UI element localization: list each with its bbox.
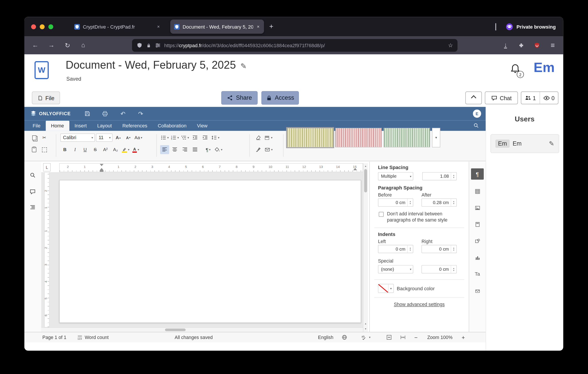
previous-page-arrow[interactable]: ▴ bbox=[363, 322, 368, 326]
highlight-color-button[interactable] bbox=[121, 145, 130, 154]
chat-button[interactable]: Chat bbox=[485, 92, 518, 104]
background-color-swatch[interactable]: ▾ bbox=[378, 284, 394, 293]
horizontal-scroll-thumb[interactable] bbox=[165, 329, 186, 331]
swatch-caret-icon[interactable]: ▾ bbox=[388, 284, 393, 292]
reload-button[interactable]: ↻ bbox=[62, 40, 73, 51]
back-button[interactable]: ← bbox=[30, 40, 41, 51]
subscript-button[interactable]: A₂ bbox=[111, 145, 120, 154]
home-button[interactable]: ⌂ bbox=[78, 40, 89, 51]
line-spacing-amount-spinner[interactable]: 1.08 bbox=[422, 172, 457, 180]
menu-tab-collaboration[interactable]: Collaboration bbox=[152, 121, 192, 131]
copy-style-button[interactable] bbox=[254, 145, 263, 154]
bookmark-star-icon[interactable]: ☆ bbox=[448, 42, 453, 49]
line-spacing-select[interactable]: Multiple bbox=[378, 172, 413, 180]
special-select[interactable]: (none) bbox=[378, 265, 413, 273]
multilevel-list-button[interactable] bbox=[180, 133, 189, 142]
editor-user-avatar[interactable]: E bbox=[473, 109, 481, 118]
browser-tab-cryptdrive[interactable]: CryptDrive - CryptPad.fr × bbox=[71, 20, 164, 34]
clear-style-button[interactable] bbox=[254, 133, 263, 142]
right-indent-marker[interactable] bbox=[353, 168, 357, 170]
horizontal-scrollbar[interactable] bbox=[41, 327, 363, 332]
bold-button[interactable]: B bbox=[61, 145, 70, 154]
spellcheck-button[interactable]: ab ▾ bbox=[361, 332, 370, 343]
extensions-puzzle-icon[interactable] bbox=[516, 40, 526, 51]
close-tab-icon[interactable]: × bbox=[157, 24, 161, 29]
mailmerge-settings-tab[interactable] bbox=[471, 285, 484, 297]
fit-page-button[interactable] bbox=[386, 332, 392, 343]
share-button[interactable]: Share bbox=[221, 91, 258, 104]
downloads-icon[interactable]: ↓ bbox=[500, 40, 511, 51]
zoom-in-button[interactable]: + bbox=[462, 332, 465, 343]
zoom-level[interactable]: Zoom 100% bbox=[424, 332, 455, 343]
interval-checkbox[interactable] bbox=[379, 212, 384, 217]
scroll-up-arrow[interactable]: ▴ bbox=[363, 164, 368, 168]
forward-button[interactable]: → bbox=[46, 40, 57, 51]
align-center-button[interactable] bbox=[170, 145, 179, 154]
comments-button[interactable] bbox=[28, 186, 38, 197]
strikethrough-button[interactable]: S bbox=[91, 145, 100, 154]
paste-button[interactable] bbox=[30, 145, 39, 154]
tab-list-chevron-icon[interactable] bbox=[495, 23, 496, 30]
document-page[interactable] bbox=[59, 180, 361, 323]
copy-button[interactable] bbox=[30, 133, 39, 142]
next-page-arrow[interactable]: ▾ bbox=[363, 327, 368, 331]
print-button[interactable] bbox=[100, 109, 110, 119]
user-avatar-initials[interactable]: Em bbox=[534, 60, 555, 75]
menu-tab-references[interactable]: References bbox=[117, 121, 152, 131]
vertical-scrollbar[interactable]: ▴ ▴ ▾ bbox=[363, 163, 368, 332]
chart-settings-tab[interactable] bbox=[471, 252, 484, 263]
decrease-indent-button[interactable] bbox=[190, 133, 200, 142]
align-right-button[interactable] bbox=[180, 145, 189, 154]
menu-tab-view[interactable]: View bbox=[192, 121, 213, 131]
superscript-button[interactable]: A² bbox=[101, 145, 110, 154]
shape-settings-tab[interactable] bbox=[471, 235, 484, 246]
increase-indent-button[interactable] bbox=[201, 133, 210, 142]
close-window-button[interactable] bbox=[31, 24, 36, 29]
undo-button[interactable]: ↶ bbox=[118, 109, 128, 119]
menu-tab-insert[interactable]: Insert bbox=[69, 121, 92, 131]
spacing-before-spinner[interactable]: 0 cm bbox=[378, 198, 413, 207]
left-indent-marker[interactable] bbox=[100, 170, 104, 172]
menu-tab-file[interactable]: File bbox=[28, 121, 46, 131]
user-list-item[interactable]: Em Em ✎ bbox=[491, 134, 559, 153]
spacing-after-spinner[interactable]: 0.28 cm bbox=[421, 198, 457, 207]
edit-user-pencil-icon[interactable]: ✎ bbox=[549, 140, 554, 147]
viewers-counter[interactable]: 0 bbox=[540, 92, 558, 104]
textart-settings-tab[interactable]: Ta bbox=[471, 268, 484, 279]
set-language-button[interactable] bbox=[342, 332, 347, 343]
fit-width-button[interactable] bbox=[400, 332, 406, 343]
language-button[interactable]: English bbox=[318, 332, 333, 343]
table-settings-tab[interactable] bbox=[471, 186, 484, 197]
font-name-select[interactable]: Calibri bbox=[61, 134, 95, 142]
editor-search-icon[interactable] bbox=[473, 123, 479, 128]
new-tab-button[interactable]: + bbox=[269, 23, 273, 31]
https-lock-icon[interactable] bbox=[146, 42, 151, 48]
nonprinting-chars-button[interactable]: ¶ bbox=[204, 145, 213, 154]
image-settings-tab[interactable] bbox=[471, 202, 484, 213]
style-gallery-expand-button[interactable]: ▾ bbox=[432, 128, 440, 147]
collapse-toolbar-button[interactable] bbox=[465, 92, 482, 104]
maximize-window-button[interactable] bbox=[48, 24, 53, 29]
show-advanced-settings-link[interactable]: Show advanced settings bbox=[370, 302, 469, 307]
minimize-window-button[interactable] bbox=[40, 24, 44, 29]
find-button[interactable] bbox=[28, 170, 38, 180]
edit-title-pencil-icon[interactable]: ✎ bbox=[240, 62, 247, 70]
underline-button[interactable]: U bbox=[81, 145, 90, 154]
style-preview-2[interactable] bbox=[335, 128, 382, 147]
select-all-button[interactable] bbox=[40, 145, 49, 154]
vertical-scroll-thumb[interactable] bbox=[364, 169, 367, 192]
increase-font-button[interactable]: A▴ bbox=[114, 133, 123, 142]
special-amount-spinner[interactable]: 0 cm bbox=[421, 265, 457, 273]
tracking-protection-shield-icon[interactable] bbox=[136, 42, 142, 48]
headerfooter-settings-tab[interactable] bbox=[471, 219, 484, 230]
menu-tab-layout[interactable]: Layout bbox=[92, 121, 117, 131]
mail-merge-button[interactable] bbox=[264, 145, 273, 154]
change-case-button[interactable]: Aa bbox=[134, 133, 143, 142]
redo-button[interactable]: ↷ bbox=[135, 109, 146, 119]
indent-left-spinner[interactable]: 0 cm bbox=[378, 245, 413, 253]
style-preview-3[interactable] bbox=[384, 128, 430, 147]
file-menu-button[interactable]: File bbox=[32, 92, 60, 104]
url-text[interactable]: https://cryptpad.fr/doc/#/3/doc/edit/ff0… bbox=[164, 42, 444, 48]
navigation-button[interactable] bbox=[28, 202, 38, 212]
numbered-list-button[interactable]: 123 bbox=[170, 133, 179, 142]
